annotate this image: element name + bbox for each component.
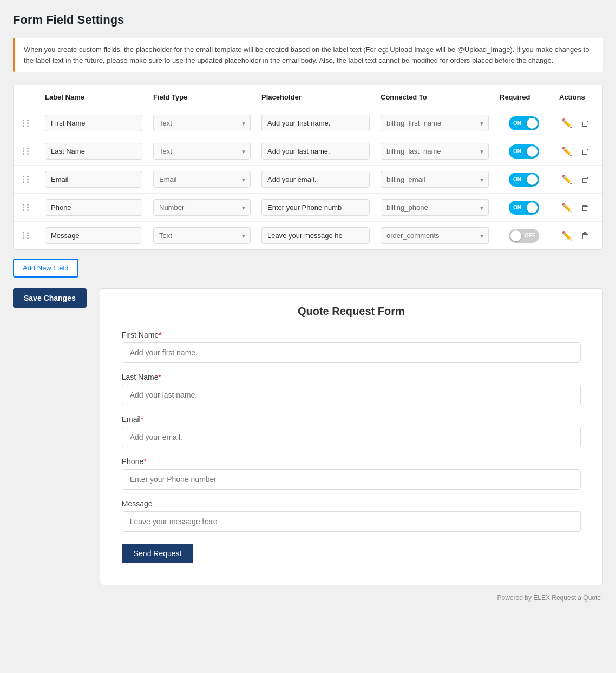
drag-handle[interactable] — [14, 117, 40, 129]
edit-button[interactable]: ✏️ — [559, 173, 574, 186]
label-input[interactable] — [45, 227, 142, 244]
th-field-type: Field Type — [148, 91, 256, 103]
required-toggle[interactable]: ON — [509, 173, 539, 187]
delete-button[interactable]: 🗑 — [579, 146, 592, 157]
field-type-select[interactable]: NumberTextEmail — [153, 199, 251, 216]
delete-button[interactable]: 🗑 — [579, 117, 592, 129]
required-toggle[interactable]: ON — [509, 201, 539, 215]
delete-button[interactable]: 🗑 — [579, 202, 592, 214]
field-type-select[interactable]: EmailTextNumber — [153, 171, 251, 188]
form-label-phone: Phone* — [122, 457, 581, 466]
connected-to-select[interactable]: billing_last_namebilling_first_name — [381, 143, 489, 160]
required-toggle-cell: OFF — [494, 227, 554, 245]
form-group-phone: Phone* — [122, 457, 581, 490]
field-type-cell: TextEmailNumber ▼ — [148, 141, 256, 162]
edit-button[interactable]: ✏️ — [559, 117, 574, 129]
required-toggle-cell: ON — [494, 142, 554, 161]
required-toggle[interactable]: ON — [509, 116, 539, 130]
label-input[interactable] — [45, 115, 142, 131]
toggle-circle — [527, 174, 538, 185]
preview-phone-input[interactable] — [122, 469, 581, 490]
required-toggle[interactable]: ON — [509, 144, 539, 159]
label-input[interactable] — [45, 143, 142, 160]
placeholder-input[interactable] — [261, 143, 370, 160]
required-star: * — [141, 415, 143, 424]
form-group-message: Message — [122, 499, 581, 532]
placeholder-input[interactable] — [261, 171, 370, 188]
actions-cell: ✏️ 🗑 — [554, 143, 602, 160]
drag-handle[interactable] — [14, 202, 40, 213]
field-type-cell: EmailTextNumber ▼ — [148, 169, 256, 190]
preview-email-input[interactable] — [122, 427, 581, 447]
connected-to-select[interactable]: billing_emailbilling_first_name — [381, 171, 489, 188]
required-toggle-cell: ON — [494, 114, 554, 133]
field-settings-table: Label Name Field Type Placeholder Connec… — [13, 85, 603, 250]
powered-by: Powered by ELEX Request a Quote — [13, 594, 603, 602]
toggle-circle — [510, 230, 521, 241]
bottom-section: Save Changes Quote Request Form First Na… — [13, 288, 603, 585]
drag-handle[interactable] — [14, 230, 40, 241]
required-toggle-cell: ON — [494, 199, 554, 217]
label-input[interactable] — [45, 171, 142, 188]
toggle-circle — [527, 202, 538, 213]
form-label-first-name: First Name* — [122, 331, 581, 339]
placeholder-input[interactable] — [261, 115, 370, 131]
toggle-on-label: ON — [513, 148, 521, 154]
edit-button[interactable]: ✏️ — [559, 145, 574, 157]
placeholder-cell — [256, 197, 375, 218]
drag-handle[interactable] — [14, 146, 40, 157]
connected-to-cell: billing_last_namebilling_first_name ▼ — [375, 141, 494, 162]
preview-message-input[interactable] — [122, 511, 581, 532]
placeholder-input[interactable] — [261, 199, 370, 216]
notice-box: When you create custom fields, the place… — [13, 38, 603, 72]
table-row: TextEmailNumber ▼ order_commentsbilling_… — [14, 222, 602, 249]
toggle-on-label: ON — [513, 176, 521, 182]
field-type-cell: TextEmailNumber ▼ — [148, 225, 256, 246]
field-type-select[interactable]: TextEmailNumber — [153, 115, 251, 131]
label-name-cell — [40, 113, 148, 134]
edit-button[interactable]: ✏️ — [559, 201, 574, 214]
actions-cell: ✏️ 🗑 — [554, 227, 602, 244]
send-request-button[interactable]: Send Request — [122, 544, 194, 563]
preview-title: Quote Request Form — [122, 305, 581, 318]
preview-card: Quote Request Form First Name* Last Name… — [100, 288, 603, 585]
toggle-on-label: ON — [513, 120, 521, 126]
add-new-field-button[interactable]: Add New Field — [13, 259, 78, 278]
label-name-cell — [40, 197, 148, 218]
label-input[interactable] — [45, 199, 142, 216]
page-title: Form Field Settings — [13, 13, 603, 27]
required-star: * — [158, 373, 161, 381]
placeholder-input[interactable] — [261, 227, 370, 244]
delete-button[interactable]: 🗑 — [579, 174, 592, 186]
preview-last-name-input[interactable] — [122, 385, 581, 405]
save-changes-button[interactable]: Save Changes — [13, 288, 87, 308]
toggle-circle — [527, 118, 538, 129]
form-group-last-name: Last Name* — [122, 373, 581, 405]
table-row: TextEmailNumber ▼ billing_first_namebill… — [14, 109, 602, 137]
delete-button[interactable]: 🗑 — [579, 230, 592, 242]
drag-handle[interactable] — [14, 174, 40, 185]
required-star: * — [159, 331, 161, 339]
connected-to-select[interactable]: billing_first_namebilling_last_name — [381, 115, 489, 131]
field-type-select[interactable]: TextEmailNumber — [153, 143, 251, 160]
form-label-email: Email* — [122, 415, 581, 424]
table-row: EmailTextNumber ▼ billing_emailbilling_f… — [14, 166, 602, 194]
placeholder-cell — [256, 225, 375, 246]
th-required: Required — [494, 91, 554, 103]
form-label-message: Message — [122, 499, 581, 508]
actions-cell: ✏️ 🗑 — [554, 115, 602, 131]
required-toggle-cell: ON — [494, 170, 554, 189]
table-row: TextEmailNumber ▼ billing_last_namebilli… — [14, 137, 602, 166]
preview-first-name-input[interactable] — [122, 342, 581, 363]
connected-to-select[interactable]: billing_phonebilling_first_name — [381, 199, 489, 216]
edit-button[interactable]: ✏️ — [559, 229, 574, 242]
actions-cell: ✏️ 🗑 — [554, 199, 602, 216]
label-name-cell — [40, 169, 148, 190]
field-type-select[interactable]: TextEmailNumber — [153, 227, 251, 244]
required-toggle[interactable]: OFF — [509, 229, 539, 243]
required-star: * — [143, 457, 146, 466]
field-type-cell: NumberTextEmail ▼ — [148, 197, 256, 218]
actions-cell: ✏️ 🗑 — [554, 171, 602, 188]
connected-to-select[interactable]: order_commentsbilling_first_name — [381, 227, 489, 244]
connected-to-cell: billing_first_namebilling_last_name ▼ — [375, 113, 494, 134]
